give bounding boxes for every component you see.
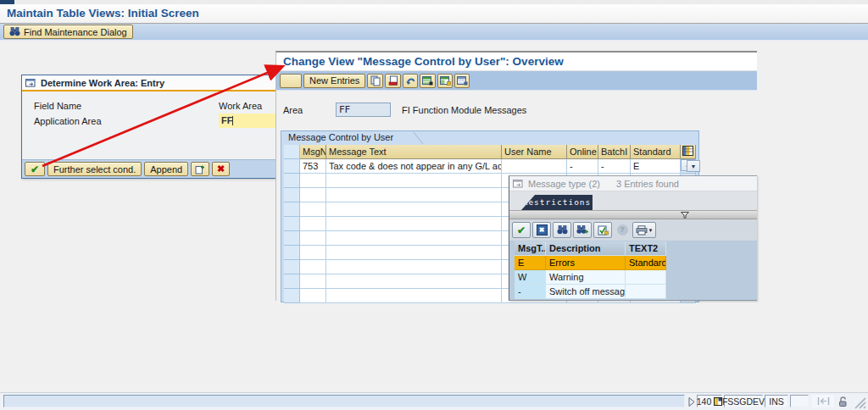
table-row[interactable]: 753 Tax code & does not appear in any G/… bbox=[284, 159, 696, 174]
popup-find-button[interactable] bbox=[553, 222, 571, 238]
popup-continue-button[interactable]: ✔ bbox=[512, 222, 531, 238]
status-expand-icon[interactable] bbox=[688, 397, 695, 407]
cancel-button[interactable]: ✖ bbox=[212, 162, 230, 176]
row-selector[interactable] bbox=[284, 289, 300, 303]
cell-standard[interactable]: E bbox=[631, 159, 681, 174]
cell-msgno[interactable] bbox=[300, 274, 326, 289]
popup-print-button[interactable]: ▼ bbox=[632, 222, 656, 238]
copy-as-button[interactable] bbox=[367, 74, 383, 88]
cell-msgno[interactable] bbox=[300, 188, 326, 202]
cell-message-text[interactable] bbox=[326, 188, 502, 202]
append-label: Append bbox=[150, 164, 182, 175]
status-bar: 140 FSSGDEV INS bbox=[0, 392, 868, 410]
copy-entry-button[interactable] bbox=[191, 162, 209, 176]
cell-message-text[interactable] bbox=[326, 289, 502, 303]
binoculars-icon bbox=[9, 27, 20, 36]
cell-message-text[interactable]: Tax code & does not appear in any G/L ac… bbox=[326, 159, 502, 174]
area-input[interactable]: FF bbox=[336, 102, 391, 117]
cell-description[interactable]: Warning bbox=[546, 270, 626, 285]
cell-text2[interactable] bbox=[626, 285, 666, 299]
delete-row-button[interactable] bbox=[385, 74, 401, 88]
col-standard[interactable]: Standard bbox=[631, 145, 681, 159]
popup-title-bar[interactable]: Message type (2) 3 Entries found bbox=[509, 176, 757, 191]
screen-title-bar: Maintain Table Views: Initial Screen bbox=[0, 4, 868, 24]
col-message-text[interactable]: Message Text bbox=[326, 145, 502, 159]
column-config-button[interactable] bbox=[681, 145, 696, 159]
cancel-box-icon: ✖ bbox=[537, 224, 548, 235]
select-all-header-cell[interactable] bbox=[284, 145, 300, 159]
cell-msgt[interactable]: - bbox=[515, 285, 546, 299]
popup-help-button[interactable]: ? bbox=[614, 223, 631, 238]
row-selector[interactable] bbox=[284, 260, 300, 274]
input-mode-field[interactable]: INS bbox=[765, 395, 788, 407]
cell-message-text[interactable] bbox=[326, 246, 502, 260]
cell-description[interactable]: Errors bbox=[546, 256, 626, 270]
select-block-button[interactable] bbox=[437, 74, 453, 88]
dialog-title-bar[interactable]: Determine Work Area: Entry bbox=[22, 75, 275, 91]
tab-restrictions[interactable]: Restrictions bbox=[521, 195, 593, 210]
row-selector[interactable] bbox=[284, 231, 300, 246]
resize-grip[interactable] bbox=[853, 396, 866, 409]
status-message-field[interactable] bbox=[3, 395, 685, 407]
cell-msgt[interactable]: W bbox=[515, 270, 546, 285]
row-selector[interactable] bbox=[284, 174, 300, 188]
cell-message-text[interactable] bbox=[326, 231, 502, 246]
row-selector[interactable] bbox=[284, 274, 300, 289]
new-entries-button[interactable]: New Entries bbox=[303, 74, 365, 88]
col-msgt[interactable]: MsgT.. bbox=[515, 241, 546, 256]
col-msgno[interactable]: MsgNo bbox=[300, 145, 326, 159]
cell-msgno[interactable] bbox=[300, 202, 326, 217]
cell-description[interactable]: Switch off message bbox=[546, 285, 626, 299]
cell-msgno[interactable]: 753 bbox=[300, 159, 326, 174]
cell-message-text[interactable] bbox=[326, 174, 502, 188]
table-caption-label: Message Control by User bbox=[288, 132, 393, 142]
popup-choose-button[interactable] bbox=[593, 222, 612, 238]
cell-message-text[interactable] bbox=[326, 260, 502, 274]
scroll-down-button[interactable]: ▼ bbox=[687, 160, 700, 172]
cell-text2[interactable]: Standard bbox=[626, 256, 666, 270]
cell-online[interactable]: - bbox=[567, 159, 598, 174]
row-selector[interactable] bbox=[284, 246, 300, 260]
system-id-field[interactable]: FSSGDEV bbox=[724, 395, 763, 407]
row-selector[interactable] bbox=[284, 188, 300, 202]
cell-message-text[interactable] bbox=[326, 202, 502, 217]
deselect-all-button[interactable] bbox=[454, 74, 470, 88]
cell-batchi[interactable]: - bbox=[598, 159, 631, 174]
row-selector[interactable] bbox=[284, 202, 300, 217]
row-selector[interactable] bbox=[284, 159, 300, 174]
undo-button[interactable] bbox=[403, 74, 418, 88]
popup-find-next-button[interactable] bbox=[573, 222, 592, 238]
popup-row-selected[interactable]: E Errors Standard bbox=[515, 256, 666, 270]
lock-icon[interactable] bbox=[837, 396, 849, 407]
blank-button[interactable] bbox=[280, 74, 302, 88]
cell-msgno[interactable] bbox=[300, 260, 326, 274]
continue-button[interactable]: ✔ bbox=[25, 162, 45, 176]
cell-message-text[interactable] bbox=[326, 274, 502, 289]
cell-message-text[interactable] bbox=[326, 217, 502, 231]
cell-text2[interactable] bbox=[626, 270, 666, 285]
cell-msgno[interactable] bbox=[300, 231, 326, 246]
cell-msgno[interactable] bbox=[300, 289, 326, 303]
cell-user-name[interactable] bbox=[502, 159, 567, 174]
col-user-name[interactable]: User Name bbox=[502, 145, 567, 159]
find-maintenance-dialog-button[interactable]: Find Maintenance Dialog bbox=[3, 25, 133, 39]
session-number-field[interactable]: 140 bbox=[697, 395, 722, 407]
cell-msgt[interactable]: E bbox=[515, 256, 546, 270]
application-area-input[interactable]: FF bbox=[219, 114, 277, 128]
select-all-button[interactable] bbox=[420, 74, 436, 88]
popup-row[interactable]: W Warning bbox=[515, 270, 666, 285]
col-description[interactable]: Description bbox=[546, 241, 626, 256]
row-selector[interactable] bbox=[284, 217, 300, 231]
cell-msgno[interactable] bbox=[300, 246, 326, 260]
col-batchi[interactable]: BatchI bbox=[598, 145, 631, 159]
popup-cancel-button[interactable]: ✖ bbox=[532, 222, 551, 238]
cell-msgno[interactable] bbox=[300, 217, 326, 231]
change-view-title-bar: Change View "Message Control by User": O… bbox=[276, 53, 757, 71]
further-select-cond-button[interactable]: Further select cond. bbox=[47, 162, 142, 176]
popup-row[interactable]: - Switch off message bbox=[515, 285, 666, 299]
cell-msgno[interactable] bbox=[300, 174, 326, 188]
append-button[interactable]: Append bbox=[144, 162, 188, 176]
col-online[interactable]: Online bbox=[567, 145, 598, 159]
filter-icon[interactable] bbox=[681, 212, 689, 219]
col-text2[interactable]: TEXT2 bbox=[626, 241, 666, 256]
